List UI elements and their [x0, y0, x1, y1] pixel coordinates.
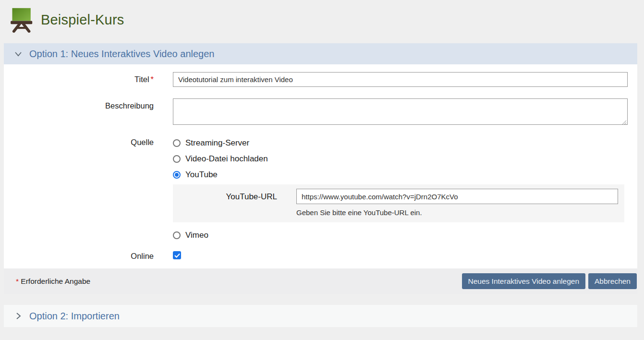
option2-panel: Option 2: Importieren: [4, 305, 637, 327]
radio-option-youtube[interactable]: YouTube: [173, 167, 624, 182]
online-label: Online: [4, 249, 173, 261]
quelle-row: Quelle Streaming-Server Video-Datei hoch…: [4, 135, 637, 243]
radio-label: Video-Datei hochladen: [185, 154, 268, 164]
titel-row: Titel*: [4, 72, 637, 87]
beschreibung-row: Beschreibung: [4, 98, 637, 125]
beschreibung-label: Beschreibung: [4, 98, 173, 110]
youtube-url-label: YouTube-URL: [173, 189, 296, 202]
radio-option-vimeo[interactable]: Vimeo: [173, 227, 624, 243]
radio-unchecked-icon: [173, 231, 181, 239]
titel-input[interactable]: [173, 72, 628, 87]
youtube-url-hint: Geben Sie bitte eine YouTube-URL ein.: [296, 208, 624, 217]
form-footer: * Erforderliche Angabe Neues Interaktive…: [4, 268, 637, 294]
radio-label: Streaming-Server: [185, 138, 249, 148]
beschreibung-textarea[interactable]: [173, 98, 628, 125]
radio-unchecked-icon: [173, 139, 181, 147]
textarea-resize-handle[interactable]: [621, 118, 627, 124]
cancel-button[interactable]: Abbrechen: [588, 273, 637, 289]
app-header: Beispiel-Kurs: [0, 0, 644, 43]
required-asterisk: *: [151, 75, 154, 84]
section-header-option1[interactable]: Option 1: Neues Interaktives Video anleg…: [4, 43, 637, 64]
easel-board-icon: [9, 7, 33, 33]
create-interactive-video-button[interactable]: Neues Interaktives Video anlegen: [462, 273, 586, 289]
radio-checked-icon: [173, 171, 181, 179]
online-row: Online: [4, 249, 637, 261]
chevron-down-icon: [13, 49, 23, 59]
radio-option-video-datei[interactable]: Video-Datei hochladen: [173, 151, 624, 167]
radio-label: Vimeo: [185, 231, 208, 240]
option1-panel: Option 1: Neues Interaktives Video anleg…: [4, 43, 637, 294]
quelle-label: Quelle: [4, 135, 173, 147]
youtube-url-box: YouTube-URL Geben Sie bitte eine YouTube…: [173, 184, 624, 222]
chevron-right-icon: [13, 311, 23, 321]
section-title-option1: Option 1: Neues Interaktives Video anleg…: [29, 49, 214, 60]
section-gap: [0, 294, 644, 305]
online-checkbox-checked[interactable]: [173, 251, 181, 259]
radio-option-streaming-server[interactable]: Streaming-Server: [173, 135, 624, 151]
required-asterisk: *: [16, 277, 19, 285]
page-title: Beispiel-Kurs: [41, 12, 124, 28]
section-title-option2: Option 2: Importieren: [29, 311, 120, 322]
section-header-option2[interactable]: Option 2: Importieren: [4, 305, 637, 327]
radio-unchecked-icon: [173, 155, 181, 163]
youtube-url-input[interactable]: [296, 189, 618, 204]
option1-form: Titel* Beschreibung Quelle Streaming-Ser…: [4, 64, 637, 268]
checkmark-icon: [174, 253, 180, 258]
titel-label: Titel*: [4, 72, 173, 84]
radio-label: YouTube: [185, 170, 218, 180]
required-note: * Erforderliche Angabe: [14, 277, 90, 286]
